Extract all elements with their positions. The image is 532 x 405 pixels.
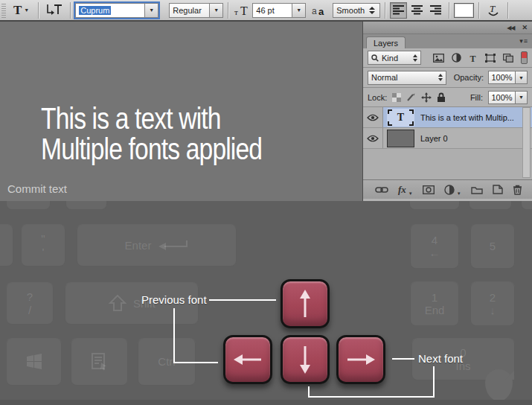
type-tool-button[interactable]: T ▼ [9,1,33,19]
anti-alias-value: Smooth [336,6,365,15]
svg-text:т: т [234,7,238,16]
workspace: This is a text with Multiple fonts appli… [0,22,532,201]
keyboard-illustration: " ' Enter 4 ← 5 ? / Shift [0,201,532,405]
photoshop-window: T ▼ Cuprum ▼ Regular ▼ [0,0,532,405]
layer-visibility-toggle[interactable] [363,128,383,148]
filter-adjustment-layers-icon[interactable] [452,53,461,63]
svg-text:T: T [490,3,496,14]
toolbar-grip-handle[interactable] [1,4,6,18]
blend-opacity-row: Normal Opacity: 100% ▼ [363,68,532,88]
align-right-button[interactable] [427,2,444,19]
left-arrow-key [223,335,272,384]
filter-type-layers-icon[interactable]: T [469,54,478,63]
filtering-toggle-switch[interactable] [521,51,528,64]
fill-dropdown-button[interactable]: ▼ [515,91,528,104]
lock-pixels-icon[interactable] [406,92,416,102]
canvas-text-layer[interactable]: This is a text with Multiple fonts appli… [41,103,262,165]
lock-position-icon[interactable] [421,92,432,103]
font-family-dropdown-button[interactable]: ▼ [144,3,158,18]
previous-font-callout-label: Previous font [141,293,207,306]
delete-layer-icon[interactable] [513,185,522,195]
lock-label: Lock: [368,93,387,102]
text-color-swatch[interactable] [454,3,474,18]
chevron-down-icon: ▼ [24,7,29,13]
opacity-label: Opacity: [454,73,484,82]
new-layer-icon[interactable] [493,185,503,194]
font-style-combo[interactable]: Regular ▼ [169,3,223,18]
type-tool-icon: T [13,3,22,18]
svg-text:a: a [312,6,317,16]
text-orientation-button[interactable] [43,3,65,18]
slash-key-label: / [28,304,31,316]
toolbar-divider [449,2,449,19]
layers-scrollbar[interactable] [522,107,531,178]
link-layers-icon[interactable] [375,186,388,194]
align-center-button[interactable] [408,2,426,19]
ghost-key-partial [0,224,13,267]
collapse-panels-icon[interactable]: ◀◀ [507,25,514,31]
quote-key-bottom-label: ' [42,246,45,258]
font-size-combo[interactable]: 46 pt ▼ [252,3,306,18]
opacity-value[interactable]: 100% [488,71,515,84]
ghost-key-partial [6,201,51,210]
eye-icon [367,135,379,142]
add-layer-mask-icon[interactable] [423,185,435,194]
anti-alias-select[interactable]: Smooth [333,3,380,18]
document-canvas[interactable]: This is a text with Multiple fonts appli… [0,22,363,201]
fill-value[interactable]: 100% [488,91,515,104]
filter-shape-layers-icon[interactable] [485,54,496,63]
up-arrow-icon [294,289,316,319]
lock-transparency-icon[interactable] [392,93,401,102]
filter-kind-select[interactable]: Kind [368,51,421,65]
commit-text-caption: Commit text [7,182,67,200]
num4-key-label: 4 [432,234,438,246]
tab-layers[interactable]: Layers [366,36,406,48]
layer-row-background[interactable]: Layer 0 [363,128,532,149]
lock-fill-row: Lock: Fill: 100% [363,88,532,107]
fill-label: Fill: [470,93,483,102]
question-key-label: ? [27,290,33,303]
callout-line [392,358,414,360]
type-thumbnail-glyph: T [397,112,404,124]
ghost-key-question: ? / [6,282,54,325]
opacity-dropdown-button[interactable]: ▼ [515,71,528,84]
left-arrow-icon [233,348,263,371]
layer-row-text[interactable]: T This is a text with Multip... [363,107,532,128]
down-arrow-icon [294,345,316,374]
new-group-icon[interactable] [471,185,483,194]
panel-menu-icon[interactable]: ▾≡ [519,37,528,45]
new-adjustment-layer-icon[interactable] [444,185,455,195]
callout-line [433,366,435,398]
options-bar: T ▼ Cuprum ▼ Regular ▼ [0,0,532,22]
filter-smart-objects-icon[interactable] [503,54,513,63]
updown-arrows-icon [369,7,375,14]
layers-panel: ◀◀ ✕ Layers ▾≡ Kind [363,22,532,201]
blend-mode-select[interactable]: Normal [368,71,446,85]
layer-style-button[interactable]: fx [398,184,406,196]
align-left-button[interactable] [390,2,407,19]
callout-line [209,299,276,301]
ghost-key-partial [65,201,107,210]
search-icon [371,54,379,62]
filter-pixel-layers-icon[interactable] [433,54,444,63]
layer-name: Layer 0 [420,134,448,143]
windows-logo-icon [25,354,43,370]
close-panel-icon[interactable]: ✕ [522,24,528,31]
font-style-dropdown-button[interactable]: ▼ [209,3,223,18]
layer-list: T This is a text with Multip... [363,107,532,179]
chevron-down-icon: ▼ [457,191,461,199]
font-family-combo[interactable]: Cuprum ▼ [75,3,158,18]
num2-key-label: 2 [490,291,496,304]
ghost-key-num5: 5 [470,224,515,269]
eye-icon [367,114,379,121]
layer-thumbnail[interactable] [387,130,414,147]
menu-key-icon [92,353,108,371]
lock-all-icon[interactable] [437,92,446,103]
warp-text-button[interactable]: T [484,3,503,18]
text-layer-thumbnail[interactable]: T [387,109,414,127]
layer-visibility-toggle[interactable] [363,107,383,127]
svg-text:T: T [470,54,476,63]
font-size-dropdown-button[interactable]: ▼ [292,3,306,18]
font-style-value: Regular [173,6,202,15]
up-arrow-key [281,279,330,328]
